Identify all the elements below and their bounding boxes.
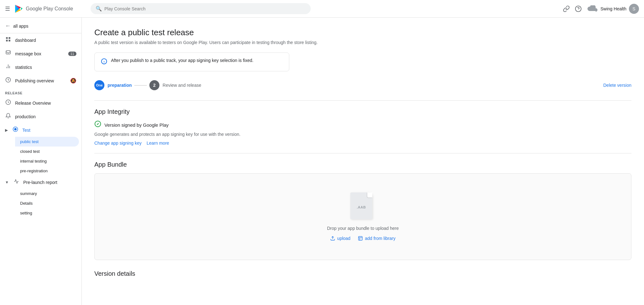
integrity-signed-row: Version signed by Google Play	[94, 120, 631, 129]
top-nav-left: ☰	[5, 4, 87, 14]
search-bar[interactable]: 🔍	[91, 3, 311, 14]
aab-file-icon: .AAB	[350, 192, 375, 221]
search-input[interactable]	[104, 6, 306, 11]
internal-testing-label: internal testing	[20, 159, 47, 164]
sidebar-item-details[interactable]: Details	[15, 198, 81, 208]
app-integrity-title: App Integrity	[94, 108, 631, 115]
step1-label: preparation	[108, 83, 132, 88]
back-to-all-apps[interactable]: ← all apps	[0, 18, 81, 33]
user-info[interactable]: Swing Health S	[587, 4, 639, 14]
back-arrow-icon: ←	[5, 23, 11, 29]
info-icon	[101, 58, 107, 66]
prelaunch-icon	[13, 179, 19, 186]
closed-test-label: closed test	[20, 149, 40, 154]
main-layout: ← all apps dashboard message box 11 stat…	[0, 18, 644, 305]
svg-rect-7	[9, 37, 10, 39]
step2-badge: 2	[149, 80, 159, 90]
steps-row: One preparation 2 Review and release Del…	[94, 80, 631, 90]
bell-icon: 🔕	[70, 78, 76, 84]
top-nav: ☰	[0, 0, 644, 18]
google-play-logo: Google Play Console	[14, 4, 73, 14]
hamburger-button[interactable]: ☰	[5, 5, 10, 12]
release-section-label: Release	[0, 87, 81, 96]
summary-label: summary	[20, 191, 37, 196]
app-bundle-title: App Bundle	[94, 161, 631, 168]
release-overview-label: Release Overview	[15, 101, 51, 106]
step2-label: Review and release	[163, 83, 201, 88]
details-label: Details	[20, 201, 33, 206]
change-signing-key-button[interactable]: Change app signing key	[94, 141, 142, 146]
integrity-signed-label: Version signed by Google Play	[104, 122, 169, 128]
sidebar-item-internal-testing[interactable]: internal testing	[15, 156, 81, 166]
add-from-library-button[interactable]: add from library	[358, 236, 395, 241]
app-bundle-drop-zone[interactable]: .AAB Drop your app bundle to upload here…	[94, 173, 631, 260]
link-icon	[563, 5, 570, 12]
svg-marker-3	[21, 7, 23, 10]
message-badge: 11	[68, 52, 76, 56]
drop-label: Drop your app bundle to upload here	[327, 226, 399, 231]
svg-rect-6	[6, 37, 8, 39]
pre-launch-label: Pre-launch report	[23, 180, 57, 185]
step1-badge: One	[94, 80, 104, 90]
cloud-icon	[587, 5, 598, 12]
user-name: Swing Health	[601, 6, 627, 11]
sidebar-item-setting[interactable]: setting	[15, 208, 81, 218]
sidebar: ← all apps dashboard message box 11 stat…	[0, 18, 82, 305]
divider-mid	[94, 153, 631, 153]
delete-version-button[interactable]: Delete version	[603, 83, 632, 88]
pre-registration-label: pre-registration	[20, 169, 47, 173]
sidebar-item-pre-registration[interactable]: pre-registration	[15, 166, 81, 176]
public-test-label: public test	[20, 139, 39, 144]
page-subtitle: A public test version is available to te…	[94, 40, 631, 45]
sidebar-item-message-box[interactable]: message box 11	[0, 47, 81, 60]
step-preparation: One preparation	[94, 80, 132, 90]
production-icon	[5, 113, 11, 120]
statistics-label: statistics	[15, 65, 32, 70]
info-banner-text: After you publish to a public track, you…	[111, 58, 253, 63]
setting-label: setting	[20, 211, 32, 215]
file-fold	[367, 192, 372, 197]
svg-rect-8	[6, 40, 8, 42]
sidebar-item-publishing-overview[interactable]: Publishing overview 🔕	[0, 74, 81, 87]
statistics-icon	[5, 64, 11, 71]
sidebar-item-dashboard[interactable]: dashboard	[0, 33, 81, 47]
learn-more-button[interactable]: Learn more	[147, 141, 169, 146]
help-icon	[575, 5, 582, 12]
link-button[interactable]	[563, 5, 570, 12]
upload-button[interactable]: upload	[330, 236, 350, 241]
integrity-description: Google generates and protects an app sig…	[94, 132, 631, 137]
page-title: Create a public test release	[94, 28, 631, 37]
sidebar-item-production[interactable]: production	[0, 110, 81, 123]
sidebar-item-summary[interactable]: summary	[15, 189, 81, 198]
svg-rect-9	[9, 40, 10, 42]
dashboard-icon	[5, 36, 11, 44]
sidebar-item-closed-test[interactable]: closed test	[15, 147, 81, 156]
sidebar-item-public-test[interactable]: public test	[15, 137, 79, 147]
info-banner: After you publish to a public track, you…	[94, 53, 289, 71]
upload-label: upload	[337, 236, 350, 241]
aab-extension-text: .AAB	[357, 205, 366, 209]
avatar: S	[629, 4, 639, 14]
dashboard-label: dashboard	[15, 38, 36, 43]
production-label: production	[15, 114, 36, 119]
check-circle-icon	[94, 120, 101, 129]
test-sub-menu: public test closed test internal testing…	[0, 137, 81, 176]
back-label: all apps	[13, 24, 28, 29]
pre-launch-sub-menu: summary Details setting	[0, 189, 81, 218]
sidebar-item-statistics[interactable]: statistics	[0, 60, 81, 74]
message-box-label: message box	[15, 51, 41, 56]
brand-text: Google Play Console	[26, 6, 73, 12]
prelaunch-expand-arrow: ▼	[5, 180, 9, 185]
step-separator	[134, 85, 147, 86]
sidebar-item-test[interactable]: ▶ Test	[0, 123, 81, 137]
test-label: Test	[22, 128, 31, 133]
sidebar-item-pre-launch-report[interactable]: ▼ Pre-launch report	[0, 176, 81, 189]
integrity-links: Change app signing key Learn more	[94, 141, 631, 146]
sidebar-item-release-overview[interactable]: Release Overview	[0, 96, 81, 110]
svg-point-17	[14, 128, 16, 130]
version-details-title: Version details	[94, 270, 631, 277]
main-content: Create a public test release A public te…	[82, 18, 644, 305]
publishing-overview-label: Publishing overview	[15, 78, 54, 83]
help-button[interactable]	[575, 5, 582, 12]
step-review-release: 2 Review and release	[149, 80, 201, 90]
